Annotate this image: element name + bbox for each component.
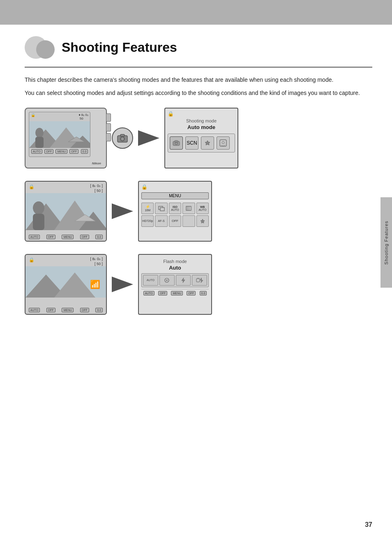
lock-icon-2: 🔒: [29, 184, 35, 189]
svg-point-4: [35, 128, 44, 138]
lcd-scene-1: [29, 121, 90, 148]
side-tab: Shooting Features: [380, 197, 392, 288]
circle2: [36, 40, 55, 59]
top-nums-2: [ 8₀ 0₀ ][ 50 ]: [90, 183, 103, 194]
mode-icons-row: SCN: [168, 134, 235, 152]
setting-iso[interactable]: ISO AUTO: [169, 203, 181, 214]
bottom-icons-2: AUTO OFF MENU OFF 0.0: [25, 235, 106, 239]
lock-icon-ms2: 🔒: [141, 184, 148, 190]
bottom-icons-3: AUTO OFF MENU OFF 0.0: [25, 308, 106, 312]
diagram-row-2: 🔒 [ 8₀ 0₀ ][ 50 ] AUTO OFF MENU OFF 0: [25, 181, 372, 242]
page-number: 37: [365, 521, 372, 528]
mode-icon-face[interactable]: [217, 136, 230, 150]
flash-auto-label: Auto: [141, 265, 209, 271]
chapter-title: Shooting Features: [62, 40, 177, 55]
setting-face[interactable]: OFF: [169, 215, 181, 227]
setting-extra[interactable]: [196, 215, 209, 227]
scene-svg: [29, 121, 90, 148]
flash-icons-row: AUTO: [141, 273, 209, 287]
arrow-2: [112, 203, 133, 219]
flash-mode-label: Flash mode: [141, 259, 209, 264]
shooting-mode-label: Shooting mode: [168, 118, 235, 123]
mode-icon-creative[interactable]: [201, 136, 214, 150]
setting-quality[interactable]: [182, 203, 195, 214]
nikon-logo: Nikon: [92, 162, 101, 165]
lcd-screen-2: 🔒 [ 8₀ 0₀ ][ 50 ] AUTO OFF MENU OFF 0: [25, 181, 107, 242]
side-buttons: [106, 113, 111, 141]
svg-marker-37: [200, 278, 203, 283]
svg-rect-8: [120, 134, 125, 136]
setting-image-size[interactable]: [155, 203, 167, 214]
camera-icon: [117, 132, 128, 144]
flash-icon-slowsync[interactable]: [192, 275, 207, 286]
menu-button-label[interactable]: MENU: [141, 192, 209, 199]
svg-rect-24: [160, 208, 164, 211]
shutter-button[interactable]: [112, 127, 133, 149]
main-content: Shooting Features This chapter describes…: [25, 33, 372, 515]
svg-rect-14: [220, 140, 226, 146]
intro-paragraph-1: This chapter describes the camera's shoo…: [25, 75, 372, 84]
setting-blank: [182, 215, 195, 227]
svg-rect-5: [35, 137, 44, 148]
arrow-1: [138, 130, 159, 146]
flash-icon-on[interactable]: [176, 275, 191, 286]
bluetooth-icon: 📶: [90, 279, 100, 289]
side-tab-label: Shooting Features: [384, 221, 389, 265]
setting-hd[interactable]: HD720p: [141, 215, 154, 227]
setting-flash[interactable]: ⚡16M: [141, 203, 154, 214]
intro-paragraph-2: You can select shooting modes and adjust…: [25, 88, 372, 97]
setting-af[interactable]: AF-S: [155, 215, 167, 227]
svg-point-32: [166, 279, 168, 281]
ms2-header: 🔒: [141, 184, 209, 190]
svg-rect-25: [186, 206, 191, 210]
camera-lcd: 🔒 ♦ 8₀ 0₀ 50: [29, 112, 90, 157]
flash-icon-redeye[interactable]: [159, 275, 175, 286]
setting-wb[interactable]: WB AUTO: [196, 203, 209, 214]
svg-rect-34: [196, 279, 200, 282]
diagram-row-3: 🔒 [ 8₀ 0₀ ][ 50 ] 📶 AUTO OFF MENU OFF 0.…: [25, 254, 372, 315]
divider: [25, 67, 372, 68]
diagram-row-1: 🔒 ♦ 8₀ 0₀ 50: [25, 108, 372, 168]
lcd-top-bar: 🔒 ♦ 8₀ 0₀ 50: [29, 112, 90, 121]
arrow-3: [112, 277, 133, 292]
svg-point-10: [122, 138, 124, 140]
svg-point-20: [33, 201, 44, 215]
svg-point-15: [222, 141, 224, 144]
lcd-bottom-icons-1: AUTO OFF MENU OFF 0.0: [29, 148, 90, 155]
mode-icon-scene[interactable]: SCN: [185, 136, 198, 150]
chapter-header: Shooting Features: [25, 33, 372, 62]
menu-screen-2: 🔒 MENU ⚡16M ISO AUTO: [138, 181, 212, 242]
flash-icon-auto[interactable]: AUTO: [143, 275, 158, 286]
auto-mode-label: Auto mode: [168, 124, 235, 130]
menu-title-row: 🔒: [168, 111, 235, 117]
lock-icon-menu1: 🔒: [168, 111, 174, 117]
lcd-screen-3: 🔒 [ 8₀ 0₀ ][ 50 ] 📶 AUTO OFF MENU OFF 0.…: [25, 254, 107, 315]
settings-icons-grid: ⚡16M ISO AUTO: [141, 203, 209, 227]
camera-device: 🔒 ♦ 8₀ 0₀ 50: [25, 108, 107, 168]
top-banner: [0, 0, 392, 25]
flash-menu-bottom-bar: AUTO OFF MENU OFF 0.0: [141, 289, 209, 295]
lcd-scene-2: [25, 193, 106, 230]
svg-rect-21: [33, 214, 44, 230]
lock-icon-3: 🔒: [29, 257, 35, 263]
chapter-icon: [25, 33, 58, 62]
menu-screen-3: Flash mode Auto AUTO: [138, 254, 212, 315]
svg-rect-12: [175, 141, 178, 142]
menu-screen-1: 🔒 Shooting mode Auto mode SCN: [164, 108, 238, 168]
svg-marker-33: [182, 278, 185, 283]
top-nums-3: [ 8₀ 0₀ ][ 50 ]: [90, 256, 103, 267]
mode-icon-camera[interactable]: [170, 136, 183, 150]
